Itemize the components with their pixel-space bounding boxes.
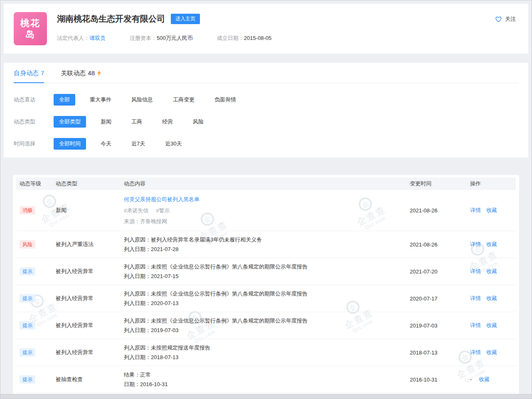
detail-link[interactable]: 详情 — [470, 241, 481, 247]
company-title-row: 湖南桃花岛生态开发有限公司 进入主页 — [57, 13, 518, 25]
establish-date-label: 成立日期： — [217, 35, 244, 41]
collect-link[interactable]: 收藏 — [486, 207, 497, 213]
change-time-cell: 2021-07-20 — [410, 268, 470, 275]
page: 桃花 岛 湖南桃花岛生态开发有限公司 进入主页 法定代表人：谭双贵 注册资本：5… — [0, 0, 532, 399]
filter-option[interactable]: 全部类型 — [54, 116, 86, 128]
content-line: 列入日期：2021-07-28 — [124, 244, 401, 254]
tab-self-dynamics[interactable]: 自身动态 7 — [14, 63, 44, 83]
filter-option[interactable]: 近30天 — [160, 138, 187, 150]
legal-rep-item: 法定代表人：谭双贵 — [57, 34, 106, 42]
legal-rep-link[interactable]: 谭双贵 — [89, 35, 106, 41]
actions-cell: 详情收藏 — [470, 349, 516, 356]
level-badge: 提示 — [20, 348, 35, 357]
tab-related-dynamics[interactable]: 关联动态 48 — [61, 63, 101, 83]
detail-link[interactable]: 详情 — [470, 322, 481, 328]
content-line: 列入日期：2020-07-13 — [124, 298, 401, 308]
filter-option[interactable]: 工商 — [126, 116, 148, 128]
content-line: 列入日期：2019-07-03 — [124, 325, 401, 335]
level-cell: 提示 — [16, 375, 56, 384]
tab-self-label: 自身动态 — [14, 69, 39, 77]
change-time-cell: 2021-08-26 — [410, 207, 470, 214]
dynamics-filter-card: 自身动态 7 关联动态 48 动态直达全部重大事件风险信息工商变更负面舆情动态类… — [4, 63, 528, 158]
type-cell: 被列入经营异常 — [56, 268, 124, 275]
actions-cell: -收藏 — [470, 376, 516, 383]
level-badge: 提示 — [20, 321, 35, 330]
news-title-link[interactable]: 何灵父亲持股公司被列入黑名单 — [124, 194, 401, 205]
reg-capital-label: 注册资本： — [130, 35, 157, 41]
collect-link[interactable]: 收藏 — [486, 241, 497, 247]
col-header-actions: 操作 — [470, 180, 516, 187]
content-line: 列入日期：2018-07-13 — [124, 352, 401, 362]
detail-link[interactable]: 详情 — [470, 268, 481, 274]
level-badge: 提示 — [20, 267, 35, 276]
hot-icon — [97, 70, 101, 76]
news-source: 来源：齐鲁晚报网 — [124, 216, 401, 227]
level-cell: 提示 — [16, 348, 56, 357]
filter-option[interactable]: 全部 — [54, 94, 75, 106]
company-header-card: 桃花 岛 湖南桃花岛生态开发有限公司 进入主页 法定代表人：谭双贵 注册资本：5… — [4, 4, 528, 54]
collect-link[interactable]: 收藏 — [486, 268, 497, 274]
filter-row: 动态直达全部重大事件风险信息工商变更负面舆情 — [14, 89, 518, 111]
content-cell: 列入原因：被列入经营异常名录届满3年仍未履行相关义务列入日期：2021-07-2… — [124, 235, 410, 254]
company-name: 湖南桃花岛生态开发有限公司 — [57, 13, 165, 25]
collect-link[interactable]: 收藏 — [486, 349, 497, 355]
filter-option[interactable]: 经营 — [157, 116, 178, 128]
detail-link[interactable]: 详情 — [470, 295, 481, 301]
reg-capital-value: 500万元人民币 — [157, 35, 193, 41]
enter-homepage-button[interactable]: 进入主页 — [171, 14, 200, 24]
content-line: 列入原因：未按照规定报送年度报告 — [124, 343, 401, 352]
follow-button[interactable]: 关注 — [495, 15, 516, 23]
actions-cell: 详情收藏 — [470, 268, 516, 275]
filter-option[interactable]: 风险信息 — [126, 94, 158, 106]
filter-rows: 动态直达全部重大事件风险信息工商变更负面舆情动态类型全部类型新闻工商经营风险时间… — [14, 83, 518, 155]
content-cell: 何灵父亲持股公司被列入黑名单#承诺失信#警示来源：齐鲁晚报网 — [124, 194, 410, 227]
table-row: 提示被抽查检查结果：正常日期：2016-10-312016-10-31-收藏 — [16, 366, 516, 393]
content-line: 列入原因：未按照《企业信息公示暂行条例》第八条规定的期限公示年度报告 — [124, 316, 401, 325]
no-detail-dash: - — [470, 376, 473, 382]
table-row: 风险被列入严重违法列入原因：被列入经营异常名录届满3年仍未履行相关义务列入日期：… — [16, 231, 516, 258]
level-badge: 提示 — [20, 375, 35, 384]
filter-label: 动态类型 — [14, 118, 45, 126]
dynamics-table-card: 动态等级 动态类型 动态内容 变更时间 操作 消极新闻何灵父亲持股公司被列入黑名… — [13, 175, 519, 394]
tab-self-count: 7 — [41, 69, 44, 76]
content-line: 列入原因：未按照《企业信息公示暂行条例》第八条规定的期限公示年度报告 — [124, 262, 401, 271]
filter-option[interactable]: 风险 — [187, 116, 209, 128]
col-header-content: 动态内容 — [124, 180, 410, 187]
actions-cell: 详情收藏 — [470, 207, 516, 214]
filter-option[interactable]: 全部时间 — [54, 138, 86, 150]
company-logo: 桃花 岛 — [14, 12, 47, 45]
filter-row: 时间选择全部时间今天近7天近30天 — [14, 133, 518, 155]
detail-link[interactable]: 详情 — [470, 349, 481, 355]
content-line: 列入原因：被列入经营异常名录届满3年仍未履行相关义务 — [124, 235, 401, 244]
type-cell: 被列入经营异常 — [56, 322, 124, 329]
filter-option[interactable]: 负面舆情 — [209, 94, 241, 106]
filter-option[interactable]: 工商变更 — [167, 94, 200, 106]
level-cell: 提示 — [16, 321, 56, 330]
filter-option[interactable]: 今天 — [95, 138, 117, 150]
actions-cell: 详情收藏 — [470, 241, 516, 248]
filter-label: 动态直达 — [14, 96, 45, 103]
col-header-type: 动态类型 — [56, 180, 124, 187]
table-row: 消极新闻何灵父亲持股公司被列入黑名单#承诺失信#警示来源：齐鲁晚报网2021-0… — [16, 190, 516, 231]
change-time-cell: 2016-10-31 — [410, 377, 470, 383]
collect-link[interactable]: 收藏 — [486, 322, 497, 328]
collect-link[interactable]: 收藏 — [486, 295, 497, 301]
detail-link[interactable]: 详情 — [470, 207, 481, 213]
company-header-main: 湖南桃花岛生态开发有限公司 进入主页 法定代表人：谭双贵 注册资本：500万元人… — [57, 12, 518, 45]
level-badge: 风险 — [20, 240, 35, 249]
level-badge: 消极 — [20, 206, 35, 214]
content-cell: 列入原因：未按照《企业信息公示暂行条例》第八条规定的期限公示年度报告列入日期：2… — [124, 316, 410, 335]
table-row: 提示被列入经营异常列入原因：未按照《企业信息公示暂行条例》第八条规定的期限公示年… — [16, 285, 516, 312]
table-row: 提示被列入经营异常列入原因：未按照《企业信息公示暂行条例》第八条规定的期限公示年… — [16, 312, 516, 339]
establish-date-item: 成立日期：2015-08-05 — [217, 34, 272, 42]
heart-icon — [495, 15, 502, 23]
filter-option[interactable]: 重大事件 — [84, 94, 117, 106]
table-body: 消极新闻何灵父亲持股公司被列入黑名单#承诺失信#警示来源：齐鲁晚报网2021-0… — [16, 190, 516, 393]
news-tag: #承诺失信 — [124, 207, 148, 214]
filter-option[interactable]: 新闻 — [95, 116, 117, 128]
establish-date-value: 2015-08-05 — [244, 35, 272, 41]
collect-link[interactable]: 收藏 — [479, 376, 490, 382]
tab-related-count: 48 — [88, 69, 95, 76]
table-header-row: 动态等级 动态类型 动态内容 变更时间 操作 — [16, 177, 516, 190]
filter-option[interactable]: 近7天 — [126, 138, 150, 150]
